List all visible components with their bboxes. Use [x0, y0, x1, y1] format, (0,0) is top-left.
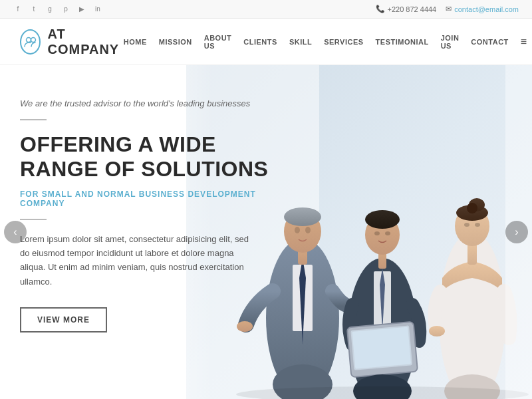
main-nav: HOME MISSION ABOUT US CLIENTS SKILL SERV… [124, 34, 527, 50]
svg-point-1 [31, 37, 35, 42]
nav-about[interactable]: ABOUT US [204, 34, 232, 50]
phone-number: +220 872 4444 [388, 5, 437, 13]
top-bar: f t g p ▶ in 📞 +220 872 4444 ✉ contact@e… [0, 0, 532, 19]
contact-info: 📞 +220 872 4444 ✉ contact@email.com [376, 5, 519, 13]
linkedin-icon[interactable]: in [93, 5, 102, 14]
nav-contact[interactable]: CONTACT [471, 38, 508, 46]
svg-point-0 [26, 37, 31, 42]
hero-content: We are the trusted advisor to the world'… [20, 98, 286, 332]
hamburger-menu-icon[interactable]: ≡ [521, 36, 527, 48]
arrow-right-icon: › [515, 226, 518, 238]
view-more-button[interactable]: VIEW MORE [20, 307, 107, 332]
googleplus-icon[interactable]: g [45, 5, 55, 14]
carousel-next-button[interactable]: › [505, 221, 528, 243]
youtube-icon[interactable]: ▶ [77, 5, 86, 14]
svg-point-9 [284, 207, 321, 226]
nav-skill[interactable]: SKILL [289, 38, 312, 46]
header: AT COMPANY HOME MISSION ABOUT US CLIENTS… [0, 19, 532, 65]
arrow-left-icon: ‹ [13, 226, 17, 238]
hero-divider-2 [20, 219, 47, 220]
logo-icon [20, 29, 41, 55]
svg-point-18 [365, 210, 400, 229]
email-icon: ✉ [446, 5, 452, 13]
svg-point-29 [467, 203, 477, 213]
twitter-icon[interactable]: t [29, 5, 39, 14]
carousel-prev-button[interactable]: ‹ [4, 221, 27, 243]
svg-point-30 [464, 223, 469, 227]
nav-joinus[interactable]: JOIN US [441, 34, 460, 50]
facebook-icon[interactable]: f [13, 5, 23, 14]
hero-title: OFFERING A WIDE RANGE OF SOLUTIONS [20, 132, 286, 182]
svg-point-19 [374, 231, 380, 235]
nav-mission[interactable]: MISSION [159, 38, 192, 46]
logo-text: AT COMPANY [47, 27, 123, 57]
logo[interactable]: AT COMPANY [20, 27, 124, 57]
phone-icon: 📞 [376, 5, 385, 13]
svg-rect-23 [352, 327, 411, 369]
email-link[interactable]: contact@email.com [454, 5, 519, 13]
hero-highlight: FOR SMALL AND NORMAL BUSINESS DEVELOPMEN… [20, 190, 286, 208]
pinterest-icon[interactable]: p [61, 5, 70, 14]
hero-section: We are the trusted advisor to the world'… [0, 65, 532, 399]
social-links: f t g p ▶ in [13, 5, 102, 14]
nav-services[interactable]: SERVICES [324, 38, 363, 46]
svg-point-11 [305, 227, 311, 233]
hero-description: Lorem ipsum dolor sit amet, consectetur … [20, 232, 259, 289]
nav-home[interactable]: HOME [124, 38, 147, 46]
svg-point-31 [475, 223, 480, 227]
nav-clients[interactable]: CLIENTS [243, 38, 277, 46]
nav-testimonial[interactable]: TESTIMONIAL [376, 38, 429, 46]
phone-info: 📞 +220 872 4444 [376, 5, 437, 13]
svg-point-10 [295, 227, 300, 233]
hero-subtitle: We are the trusted advisor to the world'… [20, 98, 286, 108]
email-info: ✉ contact@email.com [446, 5, 519, 13]
hero-divider-1 [20, 119, 47, 120]
svg-point-32 [429, 326, 445, 336]
svg-point-20 [385, 231, 390, 235]
